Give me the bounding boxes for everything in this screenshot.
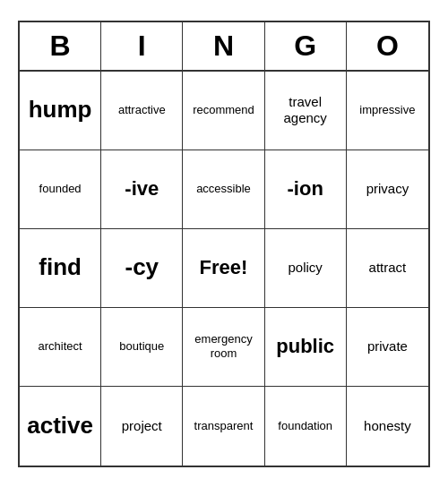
cell-text: honesty xyxy=(364,418,411,434)
bingo-cell: travel agency xyxy=(265,72,347,150)
cell-text: -ion xyxy=(288,177,323,201)
bingo-cell: -ive xyxy=(101,150,183,229)
cell-text: transparent xyxy=(194,419,254,433)
cell-text: -ive xyxy=(125,177,159,201)
cell-text: hump xyxy=(29,96,92,124)
bingo-cell: hump xyxy=(20,72,101,150)
cell-text: attract xyxy=(369,260,407,276)
bingo-card: BINGO humpattractiverecommendtravel agen… xyxy=(18,21,430,467)
bingo-cell: boutique xyxy=(101,308,183,387)
cell-text: impressive xyxy=(359,103,415,117)
bingo-cell: find xyxy=(20,229,101,308)
header-letter: O xyxy=(347,22,428,70)
bingo-cell: honesty xyxy=(347,387,428,466)
bingo-cell: impressive xyxy=(347,72,428,150)
cell-text: accessible xyxy=(196,182,251,196)
bingo-header: BINGO xyxy=(20,22,428,72)
cell-text: attractive xyxy=(118,103,166,117)
bingo-cell: recommend xyxy=(183,72,264,150)
bingo-cell: Free! xyxy=(183,229,264,308)
bingo-cell: public xyxy=(265,308,347,387)
bingo-cell: attractive xyxy=(101,72,183,150)
bingo-cell: founded xyxy=(20,150,101,229)
bingo-cell: accessible xyxy=(183,150,264,229)
bingo-cell: architect xyxy=(20,308,101,387)
bingo-cell: privacy xyxy=(347,150,428,229)
cell-text: private xyxy=(367,338,408,355)
bingo-cell: emergency room xyxy=(183,308,264,387)
cell-text: find xyxy=(39,253,82,281)
bingo-cell: policy xyxy=(265,229,347,308)
bingo-cell: -cy xyxy=(101,229,183,308)
header-letter: G xyxy=(265,22,347,70)
cell-text: Free! xyxy=(200,256,248,279)
cell-text: foundation xyxy=(278,419,332,433)
cell-text: public xyxy=(276,335,334,358)
cell-text: recommend xyxy=(193,103,254,117)
bingo-cell: active xyxy=(20,387,101,466)
bingo-cell: -ion xyxy=(265,150,347,229)
cell-text: boutique xyxy=(119,339,164,354)
cell-text: travel agency xyxy=(269,94,342,126)
bingo-cell: attract xyxy=(347,229,428,308)
cell-text: -cy xyxy=(125,253,159,281)
cell-text: emergency room xyxy=(186,332,260,360)
bingo-cell: private xyxy=(347,308,428,387)
cell-text: privacy xyxy=(366,181,409,197)
cell-text: active xyxy=(27,412,93,440)
bingo-grid: humpattractiverecommendtravel agencyimpr… xyxy=(20,72,428,466)
cell-text: project xyxy=(122,418,162,434)
header-letter: N xyxy=(183,22,264,70)
header-letter: I xyxy=(101,22,183,70)
cell-text: founded xyxy=(39,182,82,196)
bingo-cell: transparent xyxy=(183,387,264,466)
bingo-cell: foundation xyxy=(265,387,347,466)
cell-text: policy xyxy=(289,260,323,276)
cell-text: architect xyxy=(39,339,82,354)
bingo-cell: project xyxy=(101,387,183,466)
header-letter: B xyxy=(20,22,101,70)
